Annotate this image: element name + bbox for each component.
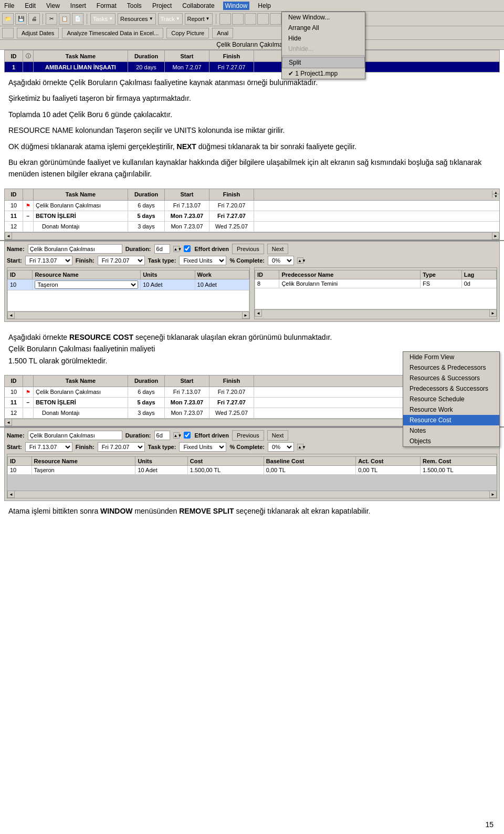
toolbar-icon1[interactable] bbox=[219, 13, 231, 25]
toolbar-paste-icon[interactable]: 📄 bbox=[72, 13, 83, 25]
analyze-btn[interactable]: Analyze Timescaled Data in Excel... bbox=[62, 28, 163, 38]
ctx-objects[interactable]: Objects bbox=[403, 436, 499, 446]
menu-edit[interactable]: Edit bbox=[23, 2, 38, 10]
pred-scroll-left[interactable]: ◄ bbox=[255, 309, 262, 317]
ctx-res-work[interactable]: Resource Work bbox=[403, 404, 499, 415]
menu-tools[interactable]: Tools bbox=[125, 2, 144, 10]
window-project[interactable]: ✔ 1 Project1.mpp bbox=[282, 68, 365, 79]
ctx-hide-form[interactable]: Hide Form View bbox=[403, 352, 499, 362]
form2-dur-spinner[interactable]: ▲▼ bbox=[173, 432, 180, 439]
toolbar-save-icon[interactable]: 💾 bbox=[15, 13, 27, 25]
track-dropdown[interactable]: Track ▼ bbox=[158, 13, 183, 25]
form2-start-select[interactable]: Fri 7.13.07 bbox=[25, 442, 72, 452]
toolbar-folder-icon[interactable]: 📁 bbox=[2, 13, 14, 25]
menu-file[interactable]: File bbox=[2, 2, 16, 10]
menu-collaborate[interactable]: Collaborate bbox=[180, 2, 216, 10]
duration-spinner[interactable]: ▲▼ bbox=[173, 246, 180, 252]
window-arrange-all[interactable]: Arrange All bbox=[282, 23, 365, 33]
effort-checkbox[interactable] bbox=[184, 245, 191, 252]
form1-previous-btn[interactable]: Previous bbox=[232, 244, 264, 254]
cost-scrollbar-h[interactable]: ◄ ► bbox=[7, 491, 497, 498]
res-scroll-left[interactable]: ◄ bbox=[7, 311, 15, 319]
toolbar-icon5[interactable] bbox=[270, 13, 281, 25]
menu-window[interactable]: Window bbox=[223, 2, 250, 10]
form1-row1: Name: Duration: ▲▼ Effort driven Previou… bbox=[7, 244, 497, 254]
form1-complete-select[interactable]: 0% bbox=[268, 256, 294, 265]
toolbar-cut-icon[interactable]: ✂ bbox=[46, 13, 57, 25]
table-row-empty[interactable] bbox=[8, 474, 497, 490]
cost-scroll-right[interactable]: ► bbox=[489, 491, 497, 498]
cost-baseline: 0,00 TL bbox=[264, 465, 355, 474]
form2-complete-select[interactable]: 0% bbox=[268, 442, 294, 452]
form2-previous-btn[interactable]: Previous bbox=[232, 430, 264, 441]
resources-dropdown[interactable]: Resources ▼ bbox=[118, 13, 156, 25]
scroll-down-icon[interactable]: ▼ bbox=[492, 194, 499, 198]
s1-scrollv-btn[interactable]: ▲ ▼ bbox=[492, 191, 499, 198]
ctx-notes[interactable]: Notes bbox=[403, 425, 499, 436]
table-row[interactable]: 10 Taşeron 10 Adet 1.500,00 TL 0,00 TL 0… bbox=[8, 465, 497, 474]
window-hide[interactable]: Hide bbox=[282, 33, 365, 44]
window-split[interactable]: Split bbox=[282, 57, 365, 68]
form2-finish-select[interactable]: Fri 7.20.07 bbox=[98, 442, 145, 452]
menu-view[interactable]: View bbox=[44, 2, 62, 10]
scrollbar-h1[interactable]: ◄ ► bbox=[5, 232, 499, 239]
window-unhide[interactable]: Unhide... bbox=[282, 44, 365, 54]
s2-r10-fin: Fri 7.20.07 bbox=[209, 387, 254, 397]
form2-effort-checkbox[interactable] bbox=[184, 432, 191, 439]
form1-name-input[interactable] bbox=[28, 244, 122, 254]
pred-scroll-right[interactable]: ► bbox=[489, 309, 497, 317]
toolbar-icon3[interactable] bbox=[245, 13, 256, 25]
s2-scroll-left[interactable]: ◄ bbox=[5, 419, 12, 426]
res-name-select[interactable]: Taşeron bbox=[35, 280, 138, 289]
ctx-res-sched[interactable]: Resource Schedule bbox=[403, 394, 499, 404]
table-row[interactable]: 12 Donatı Montajı 3 days Mon 7.23.07 Wed… bbox=[5, 222, 499, 232]
adjust-dates-btn[interactable]: Adjust Dates bbox=[17, 28, 59, 38]
form1-start-select[interactable]: Fri 7.13.07 bbox=[25, 256, 72, 265]
table-row-empty[interactable] bbox=[255, 288, 497, 309]
scroll-track-h[interactable] bbox=[12, 233, 492, 238]
form1-dur-input[interactable] bbox=[154, 244, 170, 254]
table-row[interactable]: 10 Taşeron 10 Adet 10 Adet bbox=[8, 279, 249, 290]
toolbar-copy-icon[interactable]: 📋 bbox=[59, 13, 70, 25]
res-units: 10 Adet bbox=[141, 279, 195, 290]
scroll-up-icon[interactable]: ▲ bbox=[492, 191, 499, 194]
ctx-res-cost[interactable]: Resource Cost bbox=[403, 415, 499, 425]
form1-tasktype-select[interactable]: Fixed Units bbox=[179, 256, 226, 265]
menu-help[interactable]: Help bbox=[256, 2, 273, 10]
tasks-dropdown[interactable]: Tasks ▼ bbox=[90, 13, 116, 25]
ctx-pred-succ[interactable]: Predecessors & Successors bbox=[403, 383, 499, 394]
menu-project[interactable]: Project bbox=[150, 2, 174, 10]
report-dropdown[interactable]: Report ▼ bbox=[185, 13, 213, 25]
res-scrollbar-h[interactable]: ◄ ► bbox=[7, 311, 249, 319]
form1-finish-select[interactable]: Fri 7.20.07 bbox=[98, 256, 145, 265]
table-row[interactable]: 10 ⚑ Çelik Boruların Çakılması 6 days Fr… bbox=[5, 201, 499, 211]
pred-scrollbar-h[interactable]: ◄ ► bbox=[255, 309, 497, 317]
scroll-right-icon[interactable]: ► bbox=[492, 232, 499, 239]
form2-tasktype-select[interactable]: Fixed Units bbox=[179, 442, 226, 452]
res-scroll-right[interactable]: ► bbox=[242, 311, 249, 319]
table-row[interactable]: 11 − BETON İŞLERİ 5 days Mon 7.23.07 Fri… bbox=[5, 211, 499, 222]
col-dur-header: Duration bbox=[128, 50, 165, 61]
table-row-empty[interactable] bbox=[8, 290, 249, 311]
scroll-left-icon[interactable]: ◄ bbox=[5, 232, 12, 239]
anal-btn[interactable]: Anal bbox=[212, 28, 233, 38]
ctx-res-succ[interactable]: Resources & Successors bbox=[403, 373, 499, 383]
ctx-res-pred[interactable]: Resources & Predecessors bbox=[403, 362, 499, 373]
toolbar-icon2[interactable] bbox=[232, 13, 244, 25]
form2-name-input[interactable] bbox=[28, 431, 122, 440]
complete-spinner[interactable]: ▲▼ bbox=[297, 257, 303, 264]
form2-dur-input[interactable] bbox=[154, 431, 170, 440]
toolbar-print-icon[interactable]: 🖨 bbox=[28, 13, 40, 25]
gantt1-header: ID Task Name Duration Start Finish ▲ ▼ bbox=[5, 189, 499, 201]
cost-scroll-left[interactable]: ◄ bbox=[7, 491, 15, 498]
window-new-window[interactable]: New Window... bbox=[282, 12, 365, 23]
copy-picture-btn[interactable]: Copy Picture bbox=[166, 28, 209, 38]
menu-insert[interactable]: Insert bbox=[68, 2, 88, 10]
toolbar2-icon1[interactable] bbox=[2, 28, 14, 38]
form2-complete-spinner[interactable]: ▲▼ bbox=[297, 444, 303, 450]
form1-next-btn[interactable]: Next bbox=[267, 244, 289, 254]
menu-format[interactable]: Format bbox=[94, 2, 119, 10]
form2-next-btn[interactable]: Next bbox=[267, 430, 289, 441]
table-row[interactable]: 8 Çelik Boruların Temini FS 0d bbox=[255, 279, 497, 288]
toolbar-icon4[interactable] bbox=[257, 13, 269, 25]
